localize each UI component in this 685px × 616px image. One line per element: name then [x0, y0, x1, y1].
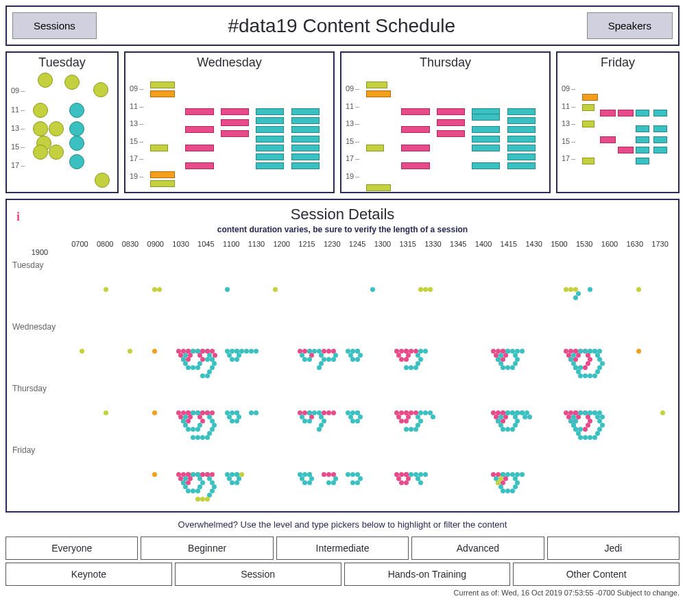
session-dot[interactable]: [573, 365, 578, 370]
session-dot[interactable]: [307, 357, 312, 362]
session-bar[interactable]: [256, 153, 284, 160]
session-dot[interactable]: [510, 365, 515, 370]
session-dot[interactable]: [322, 472, 326, 477]
session-bar[interactable]: [185, 145, 213, 151]
session-dot[interactable]: [350, 472, 355, 477]
day-panel-tuesday[interactable]: Tuesday 09 11 13 15 17: [5, 51, 119, 193]
session-dot[interactable]: [157, 287, 162, 292]
session-bar[interactable]: [600, 110, 616, 116]
session-dot[interactable]: [210, 357, 215, 362]
session-dot[interactable]: [515, 472, 520, 477]
session-bar[interactable]: [221, 119, 249, 126]
session-dot[interactable]: [191, 365, 195, 370]
session-dot[interactable]: [418, 472, 423, 477]
session-dot[interactable]: [505, 410, 510, 415]
session-dot[interactable]: [409, 349, 413, 354]
session-dot[interactable]: [498, 484, 503, 489]
session-bar[interactable]: [150, 171, 175, 178]
session-bar[interactable]: [653, 110, 667, 116]
session-dot[interactable]: [583, 373, 588, 378]
session-dot[interactable]: [568, 357, 573, 362]
session-dot[interactable]: [496, 480, 501, 485]
session-dot[interactable]: [195, 472, 200, 477]
session-dot[interactable]: [205, 435, 210, 440]
session-dot[interactable]: [404, 349, 409, 354]
session-dot[interactable]: [413, 427, 418, 432]
session-bar[interactable]: [291, 136, 320, 143]
session-dot[interactable]: [205, 410, 210, 415]
session-dot[interactable]: [200, 349, 205, 354]
session-dot[interactable]: [428, 287, 433, 292]
session-dot[interactable]: [350, 357, 355, 362]
session-dot[interactable]: [302, 480, 307, 485]
session-dot[interactable]: [307, 472, 312, 477]
session-dot[interactable]: [409, 365, 413, 370]
session-bar[interactable]: [618, 110, 634, 116]
level-everyone[interactable]: Everyone: [5, 537, 138, 560]
session-dot[interactable]: [249, 410, 254, 415]
session-circle[interactable]: [49, 121, 64, 136]
session-dot[interactable]: [355, 357, 360, 362]
session-bar[interactable]: [618, 147, 634, 153]
session-dot[interactable]: [578, 435, 583, 440]
session-dot[interactable]: [225, 287, 230, 292]
session-bar[interactable]: [636, 147, 649, 153]
session-bar[interactable]: [291, 145, 320, 151]
session-dot[interactable]: [527, 415, 532, 419]
session-dot[interactable]: [370, 287, 375, 292]
session-dot[interactable]: [210, 410, 215, 415]
session-bar[interactable]: [256, 108, 284, 115]
session-dot[interactable]: [409, 427, 413, 432]
level-beginner[interactable]: Beginner: [141, 537, 273, 560]
session-dot[interactable]: [210, 472, 215, 477]
session-dot[interactable]: [307, 480, 312, 485]
session-dot[interactable]: [230, 357, 235, 362]
session-dot[interactable]: [505, 349, 510, 354]
session-dot[interactable]: [244, 349, 249, 354]
session-dot[interactable]: [227, 353, 232, 358]
session-dot[interactable]: [498, 476, 503, 481]
session-dot[interactable]: [423, 472, 428, 477]
session-dot[interactable]: [592, 373, 597, 378]
session-dot[interactable]: [195, 489, 200, 493]
session-dot[interactable]: [423, 410, 428, 415]
session-circle[interactable]: [33, 121, 48, 136]
session-circle[interactable]: [69, 121, 84, 136]
session-dot[interactable]: [510, 410, 515, 415]
session-dot[interactable]: [128, 349, 132, 354]
session-circle[interactable]: [33, 145, 48, 160]
session-bar[interactable]: [401, 126, 429, 133]
session-bar[interactable]: [256, 117, 284, 124]
session-dot[interactable]: [195, 427, 200, 432]
session-bar[interactable]: [507, 145, 536, 151]
session-dot[interactable]: [230, 480, 235, 485]
session-bar[interactable]: [437, 130, 465, 137]
session-bar[interactable]: [437, 119, 465, 126]
session-dot[interactable]: [104, 410, 108, 415]
sessions-button[interactable]: Sessions: [12, 12, 97, 39]
session-bar[interactable]: [653, 125, 667, 132]
session-dot[interactable]: [501, 365, 505, 370]
session-dot[interactable]: [249, 349, 254, 354]
session-dot[interactable]: [409, 410, 413, 415]
session-dot[interactable]: [588, 435, 592, 440]
session-bar[interactable]: [507, 136, 536, 143]
session-dot[interactable]: [205, 497, 210, 502]
session-dot[interactable]: [230, 419, 235, 423]
session-bar[interactable]: [472, 126, 500, 133]
session-bar[interactable]: [185, 162, 213, 169]
session-dot[interactable]: [191, 489, 195, 493]
session-bar[interactable]: [401, 145, 429, 151]
session-bar[interactable]: [150, 82, 175, 88]
session-dot[interactable]: [564, 287, 568, 292]
session-dot[interactable]: [396, 476, 401, 481]
session-bar[interactable]: [291, 126, 320, 133]
session-dot[interactable]: [409, 472, 413, 477]
session-dot[interactable]: [496, 357, 501, 362]
session-bar[interactable]: [256, 145, 284, 151]
session-dot[interactable]: [423, 287, 428, 292]
session-dot[interactable]: [431, 415, 435, 419]
day-panel-friday[interactable]: Friday 09 11 13 15 17: [556, 51, 680, 193]
session-dot[interactable]: [510, 427, 515, 432]
session-bar[interactable]: [401, 108, 429, 115]
